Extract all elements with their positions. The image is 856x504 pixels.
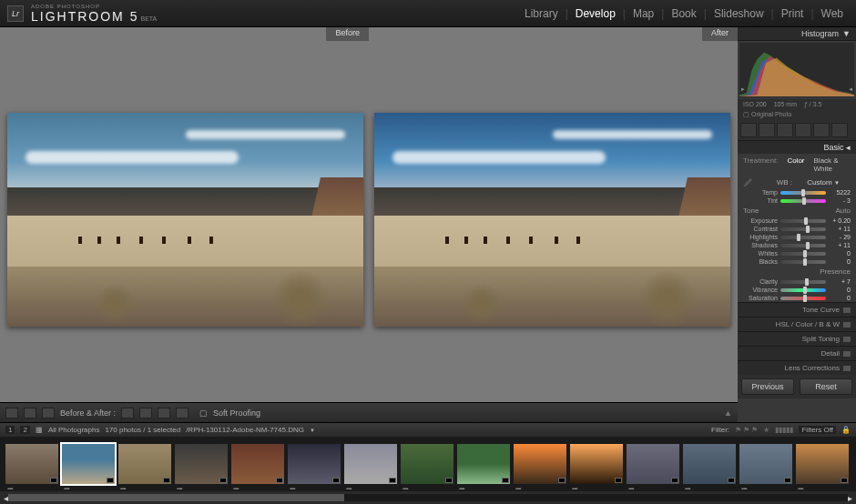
ba-layout-1-icon[interactable] (121, 408, 134, 418)
photo-metadata: ISO 200105 mmƒ / 3.5 (738, 99, 856, 109)
blacks-value: 0 (829, 258, 851, 265)
thumbnail[interactable]: ••••• (457, 444, 510, 484)
compare-view-icon[interactable] (24, 408, 36, 418)
ba-layout-2-icon[interactable] (139, 408, 152, 418)
view-toolbar: Before & After : ▢ Soft Proofing ▲ (0, 402, 738, 422)
treatment-bw[interactable]: Black & White (814, 156, 851, 173)
filter-lock-icon[interactable]: 🔒 (841, 426, 851, 434)
original-photo-toggle[interactable]: ▢ Original Photo (738, 109, 856, 120)
flag-filter-icon[interactable]: ⚑ ⚑ ⚑ (735, 426, 758, 434)
thumbnail[interactable]: ••••• (118, 444, 171, 484)
photo-count: 170 photos / 1 selected (105, 426, 180, 434)
filmstrip-scrollbar[interactable]: ◂▸ (0, 491, 856, 504)
section-hsl-color-b-w[interactable]: HSL / Color / B & W (738, 317, 856, 331)
color-filter[interactable]: ▮▮▮▮▮ (775, 426, 793, 434)
thumbnail[interactable]: ••••• (683, 444, 736, 484)
thumbnail[interactable]: ••••• (401, 444, 453, 484)
shadows-slider[interactable] (780, 244, 826, 247)
tint-slider[interactable] (780, 199, 826, 203)
whites-value: 0 (829, 250, 851, 257)
histogram[interactable] (739, 43, 854, 97)
ba-layout-3-icon[interactable] (158, 408, 170, 418)
histogram-header[interactable]: Histogram▼ (738, 27, 856, 41)
reset-button[interactable]: Reset (800, 378, 852, 395)
clarity-label: Clarity (743, 278, 778, 285)
section-detail[interactable]: Detail (738, 346, 856, 360)
thumbnail[interactable]: ••••• (627, 444, 679, 484)
brush-tool-icon[interactable] (831, 123, 848, 137)
filmstrip[interactable]: ••••••••••••••••••••••••••••••••••••••••… (0, 437, 856, 491)
nav-print[interactable]: Print (776, 4, 810, 24)
treatment-label: Treatment: (743, 156, 778, 173)
blacks-slider[interactable] (780, 260, 826, 264)
before-after-label: Before & After : (60, 408, 116, 418)
section-lens-corrections[interactable]: Lens Corrections (738, 360, 856, 375)
thumbnail[interactable]: ••••• (62, 444, 115, 484)
basic-panel-header[interactable]: Basic ◂ (738, 140, 856, 154)
wb-preset-dropdown[interactable]: Custom ▼ (796, 178, 851, 186)
contrast-label: Contrast (743, 226, 778, 232)
nav-web[interactable]: Web (816, 4, 849, 24)
contrast-value: + 11 (829, 226, 851, 232)
section-tone-curve[interactable]: Tone Curve (738, 302, 856, 317)
clarity-slider[interactable] (780, 280, 826, 284)
treatment-color[interactable]: Color (787, 156, 804, 173)
after-label: After (702, 27, 738, 41)
before-pane[interactable] (7, 45, 363, 395)
thumbnail[interactable]: ••••• (570, 444, 623, 484)
presence-label: Presence (820, 267, 851, 276)
thumbnail[interactable]: ••••• (5, 444, 58, 484)
wb-dropper-icon[interactable] (743, 177, 752, 186)
section-split-toning[interactable]: Split Toning (738, 331, 856, 346)
highlights-slider[interactable] (780, 236, 826, 239)
thumbnail[interactable]: ••••• (344, 444, 397, 484)
auto-tone-button[interactable]: Auto (836, 207, 851, 215)
thumbnail[interactable]: ••••• (796, 444, 849, 484)
gradient-tool-icon[interactable] (795, 123, 811, 137)
soft-proofing-checkbox[interactable]: Soft Proofing (213, 408, 260, 418)
secondary-display-badge[interactable]: 2 (20, 426, 29, 434)
grid-icon[interactable]: ▦ (36, 426, 43, 434)
thumbnail[interactable]: ••••• (231, 444, 284, 484)
top-bar: Lr ADOBE PHOTOSHOP LIGHTROOM 5BETA Libra… (0, 0, 856, 27)
thumbnail[interactable]: ••••• (288, 444, 341, 484)
crop-tool-icon[interactable] (740, 123, 757, 137)
saturation-value: 0 (829, 295, 851, 301)
blacks-label: Blacks (743, 258, 778, 265)
nav-book[interactable]: Book (666, 4, 701, 24)
previous-button[interactable]: Previous (741, 378, 794, 395)
loupe-view-icon[interactable] (5, 408, 18, 418)
filmstrip-info-bar: 1 2 ▦ All Photographs 170 photos / 1 sel… (0, 422, 856, 437)
saturation-slider[interactable] (780, 297, 826, 300)
source-label[interactable]: All Photographs (48, 426, 99, 434)
ba-layout-4-icon[interactable] (176, 408, 189, 418)
file-path: /RPH-130112-Adobe-NM-7745.DNG (186, 426, 304, 434)
thumbnail[interactable]: ••••• (175, 444, 228, 484)
vibrance-label: Vibrance (743, 287, 778, 293)
panel-toggle-icon[interactable]: ▲ (724, 408, 732, 418)
radial-tool-icon[interactable] (813, 123, 830, 137)
whites-slider[interactable] (780, 252, 826, 256)
nav-develop[interactable]: Develop (570, 4, 621, 24)
exposure-slider[interactable] (780, 219, 826, 223)
thumbnail[interactable]: ••••• (514, 444, 566, 484)
module-nav: Library|Develop|Map|Book|Slideshow|Print… (519, 4, 849, 24)
temp-value: 5222 (829, 189, 851, 196)
nav-library[interactable]: Library (519, 4, 564, 24)
contrast-slider[interactable] (780, 227, 826, 231)
nav-slideshow[interactable]: Slideshow (708, 4, 769, 24)
redeye-tool-icon[interactable] (777, 123, 793, 137)
spot-tool-icon[interactable] (759, 123, 775, 137)
survey-view-icon[interactable] (42, 408, 55, 418)
temp-slider[interactable] (780, 191, 826, 195)
whites-label: Whites (743, 250, 778, 257)
after-pane[interactable] (374, 45, 730, 395)
primary-display-badge[interactable]: 1 (5, 426, 15, 434)
vibrance-slider[interactable] (780, 288, 826, 292)
filters-off-button[interactable]: Filters Off (799, 426, 836, 434)
nav-map[interactable]: Map (627, 4, 659, 24)
app-logo: Lr (7, 5, 24, 22)
exposure-value: + 0.20 (829, 217, 851, 224)
rating-filter[interactable]: ★ (763, 426, 769, 434)
thumbnail[interactable]: ••••• (739, 444, 792, 484)
